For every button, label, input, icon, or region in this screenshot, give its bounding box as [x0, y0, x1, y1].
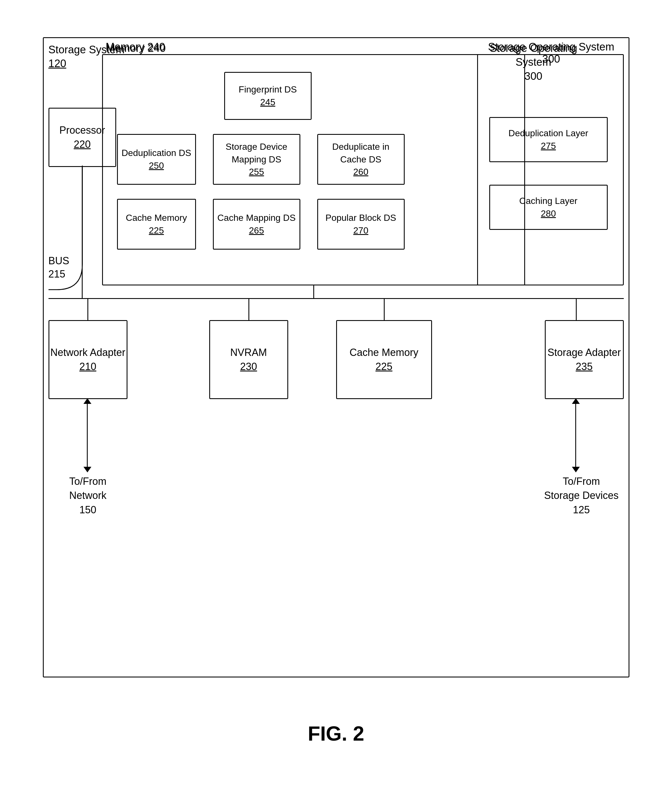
processor-label: Processor 220 — [59, 123, 105, 152]
dic-ds-box: Deduplicate in Cache DS 260 — [317, 134, 405, 185]
bus-line — [49, 298, 624, 299]
sos-top-label: Storage Operating System 300 — [477, 41, 590, 83]
network-arrow-down — [83, 467, 91, 472]
processor-to-bus-line — [82, 167, 83, 298]
cache-bottom-bus-line — [384, 299, 384, 320]
cm-ds-box: Cache Mapping DS 265 — [213, 199, 300, 249]
pb-ds-box: Popular Block DS 270 — [317, 199, 405, 249]
memory-240-box: Memory 240 Fingerprint DS 245 Deduplicat… — [102, 54, 525, 285]
storage-system-number: 120 — [49, 57, 66, 69]
cache-memory-bottom-label: Cache Memory 225 — [350, 345, 418, 374]
network-adapter-label: Network Adapter 210 — [50, 345, 125, 374]
cm-ds-label: Cache Mapping DS 265 — [218, 211, 295, 237]
nvram-box: NVRAM 230 — [209, 320, 288, 399]
to-from-network-label: To/From Network 150 — [49, 474, 127, 517]
fingerprint-ds-box: Fingerprint DS 245 — [224, 72, 311, 120]
memory-top-label: Memory 240 — [106, 41, 166, 55]
dedup-ds-box: Deduplication DS 250 — [117, 134, 196, 185]
fingerprint-ds-label: Fingerprint DS 245 — [238, 83, 297, 109]
storage-adapter-bus-line — [576, 299, 577, 320]
cache-memory-bottom-box: Cache Memory 225 — [336, 320, 432, 399]
cache-mem-inner-box: Cache Memory 225 — [117, 199, 196, 249]
network-adapter-box: Network Adapter 210 — [49, 320, 127, 399]
sdm-ds-box: Storage Device Mapping DS 255 — [213, 134, 300, 185]
storage-adapter-box: Storage Adapter 235 — [545, 320, 624, 399]
processor-box: Processor 220 — [49, 108, 116, 167]
dic-ds-label: Deduplicate in Cache DS 260 — [318, 140, 404, 178]
sos-box: Storage Operating System 300 Deduplicati… — [477, 54, 624, 285]
bus-curve-connector — [49, 165, 111, 298]
sdm-ds-label: Storage Device Mapping DS 255 — [214, 140, 299, 178]
dedup-ds-label: Deduplication DS 250 — [122, 147, 191, 172]
network-down-line — [87, 399, 88, 467]
storage-down-line — [575, 399, 576, 467]
dedup-layer-label: Deduplication Layer 275 — [508, 127, 588, 152]
network-arrow-up — [83, 398, 91, 404]
network-adapter-bus-line — [87, 299, 88, 320]
nvram-label: NVRAM 230 — [230, 345, 267, 374]
memory-to-bus-line — [313, 285, 314, 299]
nvram-bus-line — [248, 299, 249, 320]
page: Storage System 120 Memory 240 Fingerprin… — [26, 20, 647, 768]
dedup-layer-box: Deduplication Layer 275 — [489, 117, 608, 162]
pb-ds-label: Popular Block DS 270 — [326, 211, 396, 237]
storage-adapter-label: Storage Adapter 235 — [547, 345, 621, 374]
storage-arrow-down — [572, 467, 580, 472]
caching-layer-label: Caching Layer 280 — [519, 195, 577, 220]
storage-arrow-up — [572, 398, 580, 404]
to-from-storage-label: To/From Storage Devices 125 — [539, 474, 624, 517]
figure-label: FIG. 2 — [308, 722, 364, 745]
cache-mem-inner-label: Cache Memory 225 — [126, 211, 187, 237]
caching-layer-box: Caching Layer 280 — [489, 185, 608, 230]
